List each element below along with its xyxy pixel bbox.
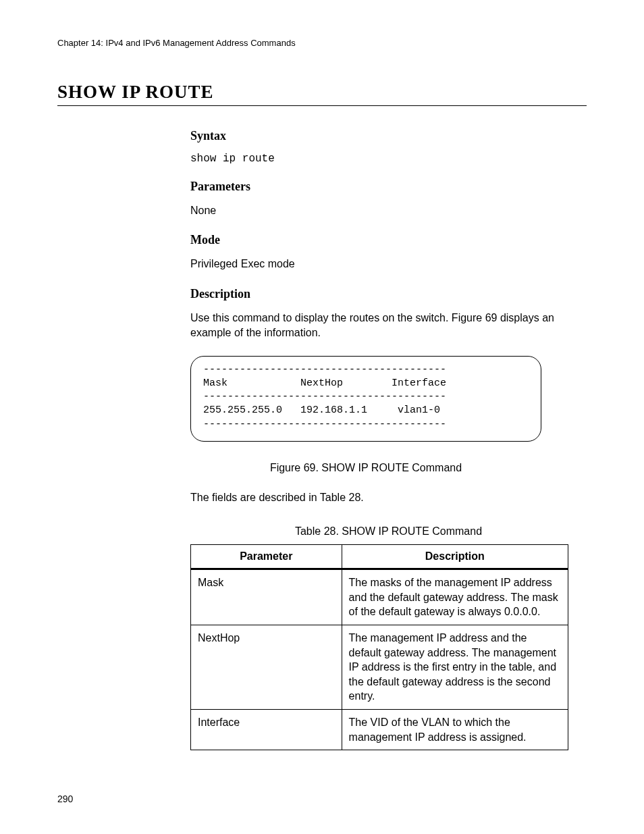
table-cell-desc: The management IP address and the defaul… [342,625,568,709]
terminal-output: ----------------------------------------… [190,356,541,442]
table-caption: Table 28. SHOW IP ROUTE Command [190,525,587,538]
table-cell-desc: The VID of the VLAN to which the managem… [342,709,568,750]
syntax-heading: Syntax [190,129,587,143]
parameters-text: None [190,203,587,218]
page-number: 290 [57,793,73,804]
description-heading: Description [190,287,587,301]
parameters-heading: Parameters [190,180,587,194]
table-header-row: Parameter Description [191,545,568,569]
chapter-header: Chapter 14: IPv4 and IPv6 Management Add… [57,38,587,48]
syntax-code: show ip route [190,153,587,165]
page-title: SHOW IP ROUTE [57,82,587,106]
content-block: Syntax show ip route Parameters None Mod… [190,129,587,750]
table-header-desc: Description [342,545,568,569]
mode-heading: Mode [190,233,587,247]
fields-intro: The fields are described in Table 28. [190,490,587,505]
mode-text: Privileged Exec mode [190,257,587,271]
table-row: Mask The masks of the management IP addr… [191,569,568,625]
table-cell-desc: The masks of the management IP address a… [342,569,568,625]
figure-caption: Figure 69. SHOW IP ROUTE Command [190,462,541,474]
table-header-param: Parameter [191,545,342,569]
table-cell-param: Mask [191,569,342,625]
table-row: Interface The VID of the VLAN to which t… [191,709,568,750]
table-cell-param: NextHop [191,625,342,709]
description-text: Use this command to display the routes o… [190,311,587,341]
parameter-table: Parameter Description Mask The masks of … [190,544,568,750]
table-cell-param: Interface [191,709,342,750]
table-row: NextHop The management IP address and th… [191,625,568,709]
